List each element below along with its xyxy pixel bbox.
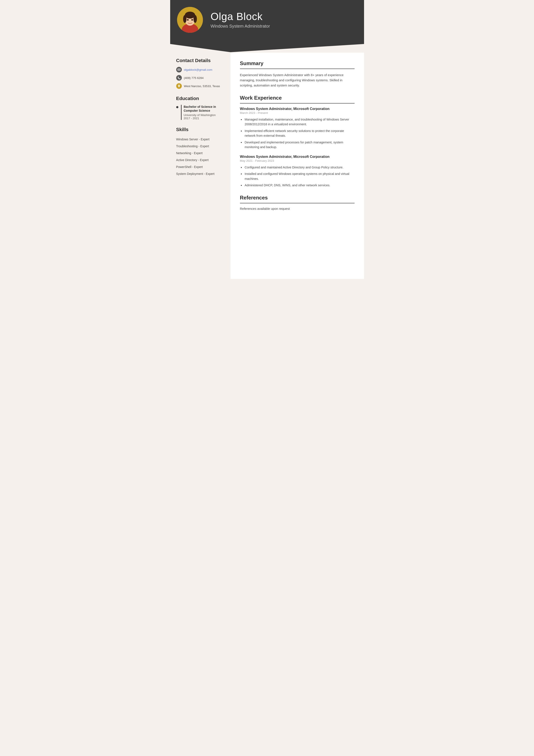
skill-item: Troubleshooting - Expert: [176, 143, 224, 149]
location-text: West Narciso, 53533, Texas: [184, 85, 220, 88]
skill-item: System Deployment - Expert: [176, 170, 224, 177]
jobs-list: Windows System Administrator, Microsoft …: [240, 107, 355, 188]
edu-dot: [176, 106, 178, 108]
job-title: Windows System Administrator, Microsoft …: [240, 155, 355, 159]
work-experience-section: Work Experience Windows System Administr…: [240, 95, 355, 188]
skill-item: Networking - Expert: [176, 149, 224, 156]
job-bullet: Implemented efficient network security s…: [240, 128, 355, 138]
email-item: olgablock@gmail.com: [176, 67, 224, 72]
skills-section-title: Skills: [176, 127, 224, 132]
svg-point-5: [183, 15, 187, 23]
work-experience-title: Work Experience: [240, 95, 355, 103]
job-bullet: Configured and maintained Active Directo…: [240, 165, 355, 170]
job-entry: Windows System Administrator, Microsoft …: [240, 107, 355, 149]
svg-marker-9: [170, 40, 364, 52]
job-dates: May 2021 - February 2023: [240, 159, 355, 162]
svg-point-6: [193, 15, 197, 23]
summary-title: Summary: [240, 60, 355, 69]
phone-icon: [176, 75, 182, 81]
sidebar: Contact Details olgablock@gmail.com (409…: [170, 53, 231, 279]
job-bullet: Administered DHCP, DNS, WINS, and other …: [240, 183, 355, 188]
job-bullet: Installed and configured Windows operati…: [240, 172, 355, 181]
references-title: References: [240, 195, 355, 203]
edu-years: 2017 - 2021: [184, 117, 224, 120]
main-panel: Summary Experienced Windows System Admin…: [231, 53, 364, 279]
svg-point-11: [179, 85, 179, 86]
job-bullet: Developed and implemented processes for …: [240, 140, 355, 149]
job-entry: Windows System Administrator, Microsoft …: [240, 155, 355, 188]
email-link[interactable]: olgablock@gmail.com: [184, 68, 213, 71]
summary-text: Experienced Windows System Administrator…: [240, 72, 355, 88]
candidate-name: Olga Block: [211, 11, 270, 22]
phone-text: (409) 775 6284: [184, 76, 204, 80]
resume-header: Olga Block Windows System Administrator: [170, 0, 364, 40]
summary-section: Summary Experienced Windows System Admin…: [240, 60, 355, 88]
contact-section-title: Contact Details: [176, 58, 224, 64]
edu-school: University of Washington: [184, 113, 224, 117]
skills-section: Skills Windows Server - ExpertTroublesho…: [176, 127, 224, 177]
education-item: Bachelor of Science in Computer Science …: [176, 105, 224, 120]
email-icon: [176, 67, 182, 72]
main-content: Contact Details olgablock@gmail.com (409…: [170, 53, 364, 279]
job-bullets: Configured and maintained Active Directo…: [240, 165, 355, 188]
candidate-title: Windows System Administrator: [211, 24, 270, 29]
skill-item: PowerShell - Expert: [176, 163, 224, 170]
job-title: Windows System Administrator, Microsoft …: [240, 107, 355, 111]
education-section-title: Education: [176, 96, 224, 101]
edu-bullet: [176, 106, 178, 120]
svg-point-7: [187, 19, 189, 21]
skills-list: Windows Server - ExpertTroubleshooting -…: [176, 136, 224, 177]
chevron-divider: [170, 40, 364, 53]
location-item: West Narciso, 53533, Texas: [176, 83, 224, 89]
header-text: Olga Block Windows System Administrator: [211, 11, 270, 29]
job-bullet: Managed installation, maintenance, and t…: [240, 117, 355, 127]
references-text: References available upon request: [240, 207, 355, 210]
avatar: [177, 7, 203, 33]
references-section: References References available upon req…: [240, 195, 355, 210]
phone-item: (409) 775 6284: [176, 75, 224, 81]
edu-degree: Bachelor of Science in Computer Science: [184, 105, 224, 113]
job-bullets: Managed installation, maintenance, and t…: [240, 117, 355, 149]
contact-section: Contact Details olgablock@gmail.com (409…: [176, 58, 224, 89]
location-icon: [176, 83, 182, 89]
edu-details: Bachelor of Science in Computer Science …: [181, 105, 224, 120]
skill-item: Active Directory - Expert: [176, 156, 224, 163]
education-section: Education Bachelor of Science in Compute…: [176, 96, 224, 120]
job-dates: March 2023 - Present: [240, 111, 355, 115]
skill-item: Windows Server - Expert: [176, 136, 224, 143]
svg-point-8: [191, 19, 193, 21]
svg-rect-10: [178, 69, 180, 70]
